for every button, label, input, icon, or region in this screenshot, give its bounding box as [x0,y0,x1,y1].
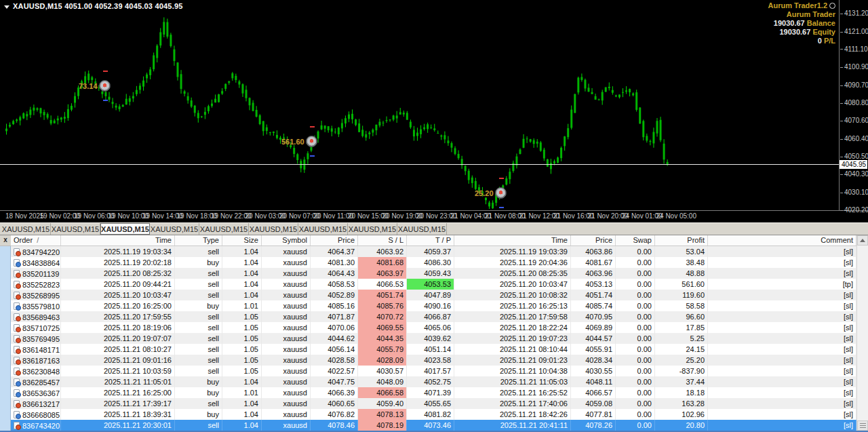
scroll-up-button[interactable] [857,235,868,246]
column-header[interactable]: Comment [708,235,856,246]
column-header[interactable]: Type [175,235,222,246]
table-row[interactable]: 8361871632025.11.21 09:01:16sell1.05xauu… [11,355,856,366]
price-chart[interactable]: 4131.204121.004111.104100.904090.704080.… [0,0,868,222]
cell-sl: 4066.58 [358,387,407,398]
cell-price: 4066.39 [311,387,358,398]
table-row[interactable]: 8357107252025.11.20 18:19:06sell1.05xauu… [11,322,856,333]
cell-time2: 2025.11.21 11:05:03 [454,376,571,387]
order-number: 836230848 [22,367,60,376]
cell-time: 2025.11.21 16:25:00 [61,387,175,398]
table-row[interactable]: 8352689952025.11.20 10:03:47sell1.04xauu… [11,290,856,300]
cell-size: 1.04 [222,398,262,409]
buy-order-icon [14,302,20,310]
cell-price2: 4063.96 [571,268,616,279]
cell-price2: 4055.91 [571,344,616,355]
cell-sl: 4078.13 [358,409,407,420]
cell-time: 2025.11.21 10:03:59 [61,366,175,376]
close-panel-button[interactable]: x [0,235,11,246]
column-header[interactable]: Time [61,235,175,246]
column-header[interactable]: Symbol [262,235,311,246]
table-row[interactable]: 8362308482025.11.21 10:03:59sell1.05xauu… [11,366,856,376]
price-tick-label: 4131.20 [840,9,868,17]
column-header[interactable]: T / P [407,235,454,246]
cell-type: sell [175,279,222,290]
column-header[interactable]: Profit [655,235,708,246]
chart-tab[interactable]: XAUUSD,M15 [199,223,249,235]
cell-price2: 4059.08 [571,398,616,409]
cell-profit: 17.85 [655,322,708,333]
cell-size: 1.01 [222,387,262,398]
cell-time: 2025.11.21 09:01:16 [61,355,175,366]
table-row[interactable]: 8355798102025.11.20 16:25:00buy1.01xauus… [11,300,856,311]
column-header[interactable]: Time [454,235,571,246]
table-row[interactable]: 8347942202025.11.19 19:03:34sell1.04xauu… [11,246,856,257]
table-row[interactable]: 8362854572025.11.21 11:05:01buy1.04xauus… [11,376,856,387]
chart-tab[interactable]: XAUUSD,M15 [51,223,100,235]
table-row[interactable]: 8366680852025.11.21 18:39:31buy1.04xauus… [11,409,856,420]
sell-order-icon [14,335,20,342]
cell-type: buy [175,300,222,311]
chart-tab[interactable]: XAUUSD,M15 [100,223,150,235]
cell-profit: 18.18 [655,387,708,398]
symbol-info[interactable]: XAUUSD,M15 4051.00 4052.39 4045.03 4045.… [4,2,183,10]
column-header[interactable]: Size [222,235,262,246]
table-row[interactable]: 8367434202025.11.21 20:30:01sell1.04xauu… [11,420,856,431]
cell-size: 1.05 [222,311,262,322]
column-header[interactable]: S / L [358,235,407,246]
table-row[interactable]: 8361481712025.11.21 08:10:27sell1.05xauu… [11,344,856,355]
cell-price: 4078.46 [311,420,358,431]
chart-tab[interactable]: XAUUSD,M15 [298,223,348,235]
cell-time: 2025.11.21 08:10:27 [61,344,175,355]
order-number: 835268995 [22,291,60,300]
cell-time: 2025.11.20 17:59:55 [61,311,175,322]
cell-swap: 0.00 [616,311,655,322]
cell-profit: 24.15 [655,344,708,355]
cell-price: 4044.62 [311,333,358,344]
cell-size: 1.01 [222,300,262,311]
cell-time2: 2025.11.21 08:10:44 [454,344,571,355]
chart-tab[interactable]: XAUUSD,M15 [348,223,397,235]
chart-tab[interactable]: XAUUSD,M15 [1,223,51,235]
cell-type: sell [175,268,222,279]
cell-time2: 2025.11.21 20:41:11 [454,420,571,431]
cell-time: 2025.11.19 19:03:34 [61,246,175,257]
table-row[interactable]: 8366132172025.11.21 17:39:17sell1.04xauu… [11,398,856,409]
cell-price2: 4063.86 [571,246,616,257]
order-number: 836148171 [22,345,60,355]
chart-tab[interactable]: XAUUSD,M15 [249,223,298,235]
column-header[interactable]: Order/ [11,235,61,246]
cell-order: 835579810 [11,300,61,311]
cell-tp: 4073.46 [407,420,454,431]
cell-price: 4047.75 [311,376,358,387]
cell-price2: 4053.13 [571,279,616,290]
current-price-line [0,164,839,165]
cell-tp: 4059.43 [407,268,454,279]
cell-swap: 0.00 [616,257,655,268]
chart-tab[interactable]: XAUUSD,M15 [397,223,447,235]
cell-swap: 0.00 [616,333,655,344]
scroll-grip[interactable] [857,420,868,431]
table-row[interactable]: 8352528232025.11.20 09:44:21sell1.04xauu… [11,279,856,290]
table-row[interactable]: 8348388642025.11.19 20:02:18buy1.04xauus… [11,257,856,268]
cell-price2: 4028.34 [571,355,616,366]
table-row[interactable]: 8357694952025.11.20 19:07:07sell1.05xauu… [11,333,856,344]
chart-tab[interactable]: XAUUSD,M15 [150,223,199,235]
cell-swap: 0.00 [616,376,655,387]
column-header[interactable]: Price [571,235,616,246]
column-header[interactable]: Swap [616,235,655,246]
table-row[interactable]: 8352011392025.11.20 08:25:32sell1.04xauu… [11,268,856,279]
table-row[interactable]: 8356894632025.11.20 17:59:55sell1.05xauu… [11,311,856,322]
table-row[interactable]: 8365363672025.11.21 16:25:00buy1.01xauus… [11,387,856,398]
trade-marker-icon [99,80,111,92]
order-number: 836536367 [22,389,60,398]
annotation-profit-label: 73.14 [79,82,98,90]
cell-price: 4064.43 [311,268,358,279]
cell-sl: 4078.19 [358,420,407,431]
cell-comment: [sl] [708,333,856,344]
vertical-scrollbar[interactable] [856,235,868,431]
cell-profit: 58.58 [655,300,708,311]
candlestick-plot [0,0,839,211]
target-level-mark-icon [310,155,315,157]
column-header[interactable]: Price [311,235,358,246]
cell-sl: 4059.40 [358,398,407,409]
